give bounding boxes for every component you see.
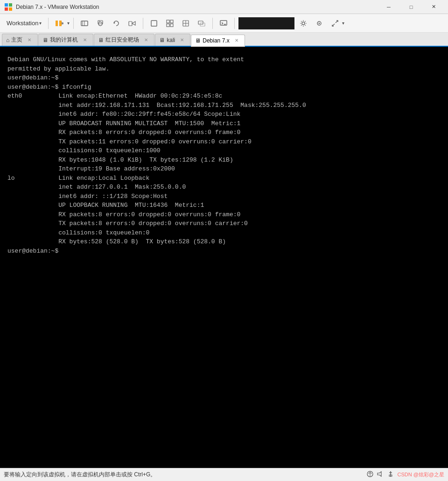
separator-1 <box>48 18 49 29</box>
svg-rect-2 <box>5 7 8 11</box>
svg-rect-0 <box>5 3 8 7</box>
view-button[interactable] <box>312 16 326 30</box>
svg-rect-19 <box>170 20 173 23</box>
home-icon: ⌂ <box>6 37 9 43</box>
minimize-button[interactable]: ─ <box>378 0 399 14</box>
send-ctrl-alt-del-button[interactable] <box>77 16 91 30</box>
svg-point-33 <box>319 22 320 24</box>
separator-3 <box>143 18 143 29</box>
workstation-menu[interactable]: Workstation ▾ <box>4 18 44 28</box>
unity-button[interactable] <box>163 16 177 30</box>
terminal-area[interactable]: Debian GNU/Linux comes with ABSOLUTELY N… <box>0 47 448 468</box>
window-controls: ─ □ ✕ <box>378 0 444 14</box>
expand-button[interactable] <box>328 16 342 30</box>
usb-icon <box>387 470 394 479</box>
svg-rect-3 <box>9 7 12 11</box>
workstation-label: Workstation <box>7 20 38 27</box>
status-icons: CSDN @炫彩@之星 <box>366 470 444 479</box>
svg-marker-16 <box>132 21 135 25</box>
tab-kali[interactable]: 🖥 kali ✕ <box>155 34 190 46</box>
workstation-dropdown-arrow: ▾ <box>39 21 42 26</box>
svg-marker-38 <box>378 472 381 476</box>
snapshot-button[interactable] <box>93 16 107 30</box>
svg-marker-14 <box>114 22 115 24</box>
tab-debian[interactable]: 🖥 Debian 7.x ✕ <box>191 35 245 47</box>
tab-redtarget-close[interactable]: ✕ <box>143 37 149 43</box>
status-bar: 要将输入定向到该虚拟机，请在虚拟机内部单击或按 Ctrl+G。 CSDN @炫彩… <box>0 468 448 481</box>
tab-redtarget-label: 红日安全靶场 <box>105 36 139 44</box>
expand-dropdown-arrow[interactable]: ▾ <box>342 21 344 26</box>
tab-bar: ⌂ 主页 ✕ 🖥 我的计算机 ✕ 🖥 红日安全靶场 ✕ 🖥 kali ✕ 🖥 D… <box>0 33 448 47</box>
autofit-button[interactable] <box>179 16 193 30</box>
tab-mypc[interactable]: 🖥 我的计算机 ✕ <box>38 34 93 46</box>
tab-redtarget[interactable]: 🖥 红日安全靶场 ✕ <box>94 34 154 46</box>
tab-mypc-label: 我的计算机 <box>50 36 78 44</box>
svg-rect-21 <box>170 24 173 27</box>
svg-point-31 <box>302 22 305 25</box>
svg-rect-7 <box>62 22 63 24</box>
svg-rect-18 <box>167 20 169 23</box>
console-button[interactable] <box>217 16 231 30</box>
svg-rect-5 <box>59 21 62 26</box>
svg-rect-20 <box>167 24 169 27</box>
kali-icon: 🖥 <box>159 37 165 43</box>
separator-4 <box>212 18 213 29</box>
tab-debian-label: Debian 7.x <box>203 37 229 44</box>
tab-mypc-close[interactable]: ✕ <box>82 37 88 43</box>
separator-5 <box>234 18 235 29</box>
csdn-tag: CSDN @炫彩@之星 <box>397 471 444 478</box>
close-button[interactable]: ✕ <box>423 0 444 14</box>
share-button[interactable] <box>125 16 139 30</box>
svg-rect-15 <box>129 21 132 26</box>
pause-dropdown-arrow[interactable]: ▾ <box>67 21 70 26</box>
revert-button[interactable] <box>109 16 123 30</box>
tab-home-close[interactable]: ✕ <box>26 37 33 43</box>
fullscreen-button[interactable] <box>147 16 161 30</box>
toolbar: Workstation ▾ ▾ <box>0 14 448 33</box>
pause-button[interactable] <box>52 16 66 30</box>
svg-rect-4 <box>56 21 58 26</box>
svg-rect-1 <box>9 3 12 7</box>
terminal-output: Debian GNU/Linux comes with ABSOLUTELY N… <box>0 51 448 259</box>
svg-line-29 <box>222 23 223 24</box>
redtarget-icon: 🖥 <box>98 37 104 43</box>
tab-home[interactable]: ⌂ 主页 ✕ <box>2 34 38 46</box>
window-title: Debian 7.x - VMware Workstation <box>16 4 378 10</box>
status-text: 要将输入定向到该虚拟机，请在虚拟机内部单击或按 Ctrl+G。 <box>4 471 366 479</box>
maximize-button[interactable]: □ <box>400 0 422 14</box>
network-icon <box>366 470 374 479</box>
tab-kali-close[interactable]: ✕ <box>179 37 185 43</box>
separator-2 <box>73 18 74 29</box>
debian-icon: 🖥 <box>195 37 201 44</box>
vm-settings-button[interactable] <box>296 16 310 30</box>
tab-home-label: 主页 <box>11 36 22 44</box>
tab-debian-close[interactable]: ✕ <box>233 37 240 44</box>
multitask-button[interactable] <box>195 16 209 30</box>
title-bar: Debian 7.x - VMware Workstation ─ □ ✕ <box>0 0 448 14</box>
vm-name-display <box>238 17 294 29</box>
mypc-icon: 🖥 <box>42 37 48 43</box>
sound-icon <box>377 470 384 479</box>
tab-kali-label: kali <box>167 37 175 43</box>
app-icon <box>4 2 13 12</box>
svg-rect-17 <box>151 21 157 26</box>
